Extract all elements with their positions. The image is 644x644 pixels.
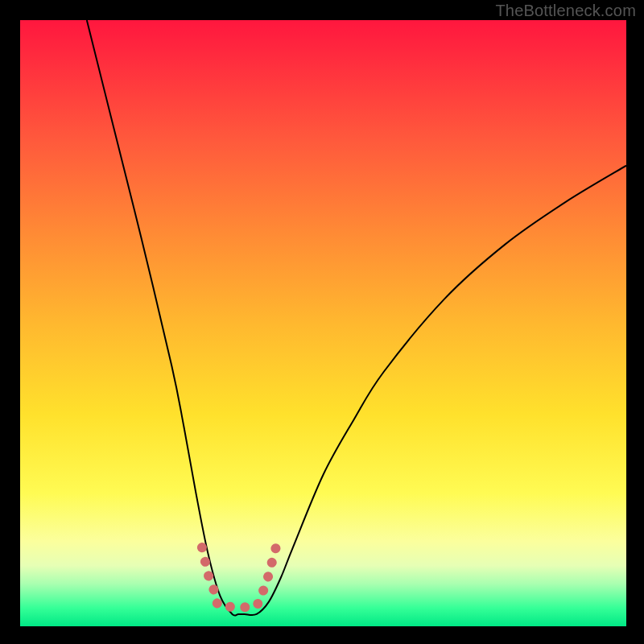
bottleneck-curve [87,20,626,616]
chart-plot-area [20,20,626,626]
chart-svg [20,20,626,626]
watermark-text: TheBottleneck.com [495,2,636,20]
valley-marker [202,547,276,607]
